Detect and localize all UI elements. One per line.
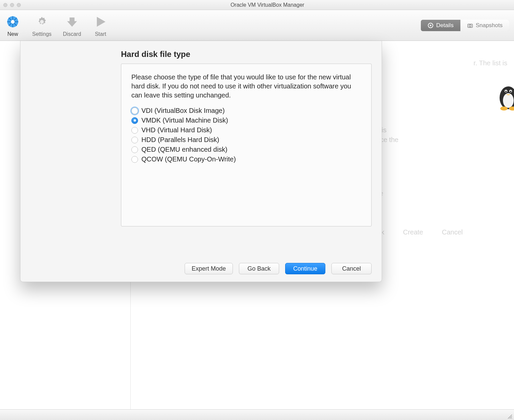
window-controls [3, 3, 21, 7]
start-icon [92, 14, 109, 30]
new-label: New [7, 31, 18, 37]
settings-button[interactable]: Settings [32, 14, 52, 37]
dialog-title: Hard disk file type [121, 50, 372, 59]
radio-label: HDD (Parallels Hard Disk) [141, 136, 219, 144]
radio-icon [131, 146, 138, 153]
new-icon [5, 14, 21, 30]
discard-label: Discard [63, 31, 81, 37]
svg-point-16 [510, 91, 511, 92]
welcome-hint: r. The list is [473, 59, 507, 67]
radio-vhd[interactable]: VHD (Virtual Hard Disk) [131, 126, 361, 134]
close-window-icon[interactable] [3, 3, 7, 7]
radio-vmdk[interactable]: VMDK (Virtual Machine Disk) [131, 117, 361, 124]
resize-grip-icon[interactable] [507, 413, 513, 419]
svg-line-24 [511, 418, 512, 419]
radio-label: QED (QEMU enhanced disk) [141, 146, 228, 153]
radio-label: VDI (VirtualBox Disk Image) [141, 107, 225, 115]
radio-hdd[interactable]: HDD (Parallels Hard Disk) [131, 136, 361, 144]
radio-icon [131, 127, 138, 134]
go-back-button[interactable]: Go Back [239, 263, 279, 274]
snapshots-tab[interactable]: Snapshots [460, 20, 509, 31]
svg-point-17 [500, 107, 508, 111]
statusbar [0, 409, 514, 420]
toolbar: New Settings Discard Start Details Snaps… [0, 10, 514, 41]
radio-icon [131, 117, 138, 124]
tux-icon [497, 81, 514, 111]
continue-button[interactable]: Continue [285, 263, 325, 274]
camera-icon [467, 22, 473, 28]
cancel-button[interactable]: Cancel [331, 263, 372, 274]
dialog-panel: Please choose the type of file that you … [121, 64, 372, 226]
radio-label: VHD (Virtual Hard Disk) [141, 126, 212, 134]
window-title: Oracle VM VirtualBox Manager [21, 2, 514, 8]
snapshots-label: Snapshots [476, 22, 503, 29]
radio-label: QCOW (QEMU Copy-On-Write) [141, 155, 236, 163]
new-vm-button[interactable]: New [5, 14, 21, 37]
svg-point-15 [505, 91, 507, 92]
disk-type-radio-group: VDI (VirtualBox Disk Image) VMDK (Virtua… [131, 107, 361, 163]
svg-point-12 [503, 93, 514, 108]
view-segmented: Details Snapshots [421, 20, 509, 31]
radio-qed[interactable]: QED (QEMU enhanced disk) [131, 146, 361, 153]
zoom-window-icon[interactable] [17, 3, 21, 7]
start-button[interactable]: Start [92, 14, 109, 37]
svg-point-8 [430, 24, 431, 26]
discard-button[interactable]: Discard [63, 14, 81, 37]
radio-icon [131, 156, 138, 163]
radio-icon [131, 137, 138, 143]
radio-qcow[interactable]: QCOW (QEMU Copy-On-Write) [131, 155, 361, 163]
radio-label: VMDK (Virtual Machine Disk) [141, 117, 228, 124]
expert-mode-button[interactable]: Expert Mode [185, 263, 233, 274]
details-label: Details [436, 22, 454, 29]
titlebar: Oracle VM VirtualBox Manager [0, 0, 514, 10]
radio-vdi[interactable]: VDI (VirtualBox Disk Image) [131, 107, 361, 115]
svg-point-6 [40, 20, 44, 23]
dialog-buttons: Expert Mode Go Back Continue Cancel [185, 263, 372, 274]
discard-icon [64, 14, 80, 30]
start-label: Start [95, 31, 106, 37]
dialog-description: Please choose the type of file that you … [131, 73, 361, 99]
details-tab[interactable]: Details [421, 20, 460, 31]
minimize-window-icon[interactable] [10, 3, 14, 7]
wizard-sheet: Hard disk file type Please choose the ty… [20, 41, 382, 282]
gear-icon [34, 14, 50, 30]
main-area: r. The list is nother location using the… [0, 41, 514, 409]
gear-small-icon [428, 22, 434, 28]
svg-point-10 [469, 25, 471, 27]
svg-point-5 [11, 20, 15, 23]
radio-icon [131, 108, 138, 114]
settings-label: Settings [32, 31, 52, 37]
